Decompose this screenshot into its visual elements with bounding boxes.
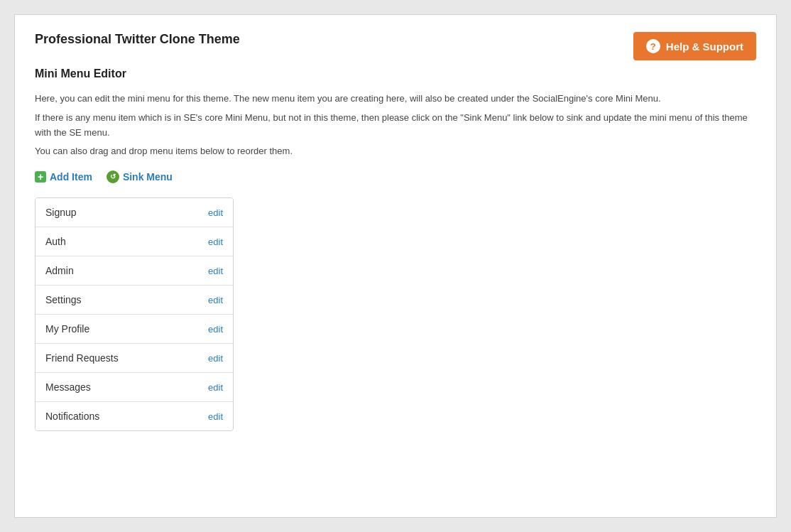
page-container: Professional Twitter Clone Theme ? Help … bbox=[14, 14, 777, 518]
menu-item-label: Auth bbox=[45, 236, 66, 247]
menu-item-edit-link[interactable]: edit bbox=[208, 266, 223, 276]
menu-item-edit-link[interactable]: edit bbox=[208, 207, 223, 218]
menu-item: Settingsedit bbox=[36, 286, 233, 315]
description-3: You can also drag and drop menu items be… bbox=[35, 144, 756, 159]
help-button-label: Help & Support bbox=[666, 40, 743, 53]
menu-list: SignupeditAutheditAdmineditSettingseditM… bbox=[35, 197, 234, 431]
description-2: If there is any menu item which is in SE… bbox=[35, 111, 756, 141]
menu-item-label: Friend Requests bbox=[45, 352, 119, 364]
add-icon: + bbox=[35, 171, 46, 183]
menu-item-edit-link[interactable]: edit bbox=[208, 353, 223, 364]
menu-item-label: Messages bbox=[45, 381, 91, 393]
header-row: Professional Twitter Clone Theme ? Help … bbox=[35, 32, 756, 60]
menu-item-edit-link[interactable]: edit bbox=[208, 237, 223, 247]
section-title: Mini Menu Editor bbox=[35, 67, 756, 80]
menu-item: Notificationsedit bbox=[36, 402, 233, 430]
menu-item-edit-link[interactable]: edit bbox=[208, 295, 223, 305]
menu-item-label: My Profile bbox=[45, 323, 89, 335]
menu-item: Signupedit bbox=[36, 198, 233, 227]
menu-item-edit-link[interactable]: edit bbox=[208, 324, 223, 335]
sink-menu-label: Sink Menu bbox=[123, 171, 173, 183]
menu-item: My Profileedit bbox=[36, 315, 233, 344]
description-1: Here, you can edit the mini menu for thi… bbox=[35, 92, 756, 107]
menu-item-label: Signup bbox=[45, 207, 77, 218]
help-support-button[interactable]: ? Help & Support bbox=[633, 32, 756, 60]
help-icon: ? bbox=[646, 39, 660, 53]
menu-item: Authedit bbox=[36, 227, 233, 256]
menu-item-label: Settings bbox=[45, 294, 82, 305]
menu-item-label: Admin bbox=[45, 265, 74, 276]
menu-item-edit-link[interactable]: edit bbox=[208, 382, 223, 393]
add-item-link[interactable]: + Add Item bbox=[35, 171, 92, 183]
menu-item: Messagesedit bbox=[36, 373, 233, 402]
menu-item-label: Notifications bbox=[45, 411, 99, 422]
sink-icon: ↺ bbox=[107, 170, 119, 183]
add-item-label: Add Item bbox=[50, 171, 92, 183]
menu-item-edit-link[interactable]: edit bbox=[208, 411, 223, 422]
menu-item: Friend Requestsedit bbox=[36, 344, 233, 373]
actions-row: + Add Item ↺ Sink Menu bbox=[35, 170, 756, 183]
page-title: Professional Twitter Clone Theme bbox=[35, 32, 240, 47]
menu-item: Adminedit bbox=[36, 256, 233, 286]
sink-menu-link[interactable]: ↺ Sink Menu bbox=[107, 170, 173, 183]
